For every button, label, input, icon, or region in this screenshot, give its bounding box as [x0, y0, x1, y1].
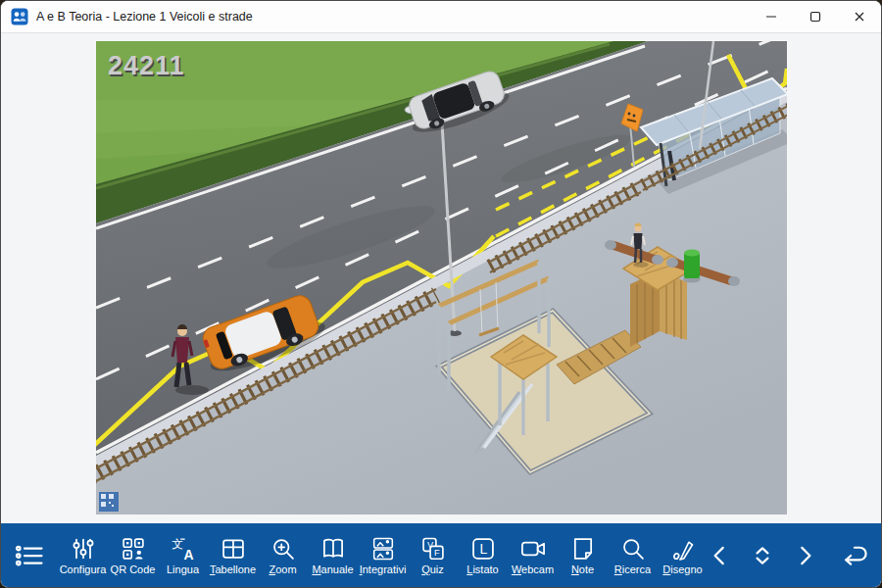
expand-collapse-button[interactable]	[750, 543, 775, 568]
svg-text:F: F	[433, 548, 439, 558]
toolbar-item-label: Ricerca	[614, 564, 651, 575]
toolbar-item-configura[interactable]: Configura	[58, 533, 108, 577]
sliders-icon	[70, 535, 97, 563]
toolbar-item-label: Listato	[466, 564, 498, 575]
app-window: A e B Teoria - Lezione 1 Veicoli e strad…	[0, 0, 882, 588]
minimize-button[interactable]	[749, 1, 793, 32]
next-button[interactable]	[792, 543, 817, 568]
book-icon	[319, 535, 347, 563]
bottom-toolbar: Configura QR Code 文 A	[1, 523, 881, 587]
toolbar-item-label: Lingua	[167, 564, 199, 575]
pen-icon	[669, 535, 697, 563]
webcam-icon	[519, 535, 547, 563]
svg-text:A: A	[183, 547, 193, 563]
toolbar-item-disegno[interactable]: Disegno	[658, 533, 708, 577]
toolbar-item-ricerca[interactable]: Ricerca	[608, 533, 658, 577]
toolbar-item-label: Tabellone	[210, 564, 256, 575]
toolbar-item-webcam[interactable]: Webcam	[508, 533, 558, 577]
app-icon	[11, 8, 28, 25]
window-controls	[749, 1, 881, 32]
chevron-left-icon	[708, 543, 733, 568]
toolbar-item-lingua[interactable]: 文 A Lingua	[158, 533, 208, 577]
toolbar-item-label: Disegno	[662, 564, 702, 575]
close-button[interactable]	[837, 1, 881, 32]
toolbar-item-label: Note	[571, 564, 594, 575]
toolbar-item-quiz[interactable]: V F Quiz	[408, 533, 458, 577]
grid-icon	[220, 535, 247, 563]
toolbar-item-label: Quiz	[421, 564, 444, 575]
toolbar-item-tabellone[interactable]: Tabellone	[208, 533, 258, 577]
note-icon	[569, 535, 597, 563]
trash-can	[683, 250, 701, 283]
chevron-double-vertical-icon	[750, 543, 775, 568]
toolbar-item-listato[interactable]: L Listato	[458, 533, 508, 577]
toolbar-item-note[interactable]: Note	[558, 533, 608, 577]
translate-icon: 文 A	[170, 535, 197, 563]
toolbar-item-label: Configura	[60, 564, 107, 575]
return-button[interactable]	[840, 543, 871, 568]
toolbar-item-zoom[interactable]: Zoom	[258, 533, 308, 577]
true-false-icon: V F	[419, 535, 447, 563]
lesson-content-area: S	[1, 33, 881, 523]
return-arrow-icon	[840, 543, 871, 568]
svg-text:24211: 24211	[108, 51, 185, 80]
maximize-button[interactable]	[793, 1, 837, 32]
svg-text:L: L	[479, 541, 487, 557]
image-number: 24211 24211	[108, 51, 186, 82]
menu-button[interactable]	[13, 541, 46, 570]
toolbar-item-qr-code[interactable]: QR Code	[108, 533, 158, 577]
toolbar-item-label: Webcam	[512, 564, 554, 575]
list-menu-icon	[13, 541, 46, 570]
titlebar: A e B Teoria - Lezione 1 Veicoli e strad…	[1, 1, 881, 33]
lesson-image: S	[96, 41, 787, 514]
toolbar-item-manuale[interactable]: Manuale	[308, 533, 358, 577]
toolbar-navigation	[708, 543, 875, 568]
previous-button[interactable]	[708, 543, 733, 568]
search-icon	[619, 535, 647, 563]
zoom-in-icon	[270, 535, 297, 563]
qr-watermark	[99, 492, 119, 512]
qr-code-icon	[120, 535, 147, 563]
toolbar-item-integrativi[interactable]: Integrativi	[358, 533, 408, 577]
toolbar-item-label: Zoom	[269, 564, 296, 575]
desktop-backdrop: A e B Teoria - Lezione 1 Veicoli e strad…	[0, 0, 882, 588]
images-icon	[369, 535, 397, 563]
chevron-right-icon	[792, 543, 817, 568]
letter-l-icon: L	[469, 535, 497, 563]
toolbar-item-label: QR Code	[111, 564, 156, 575]
toolbar-item-label: Integrativi	[360, 564, 407, 575]
toolbar-item-label: Manuale	[312, 564, 353, 575]
window-title: A e B Teoria - Lezione 1 Veicoli e strad…	[36, 10, 253, 24]
